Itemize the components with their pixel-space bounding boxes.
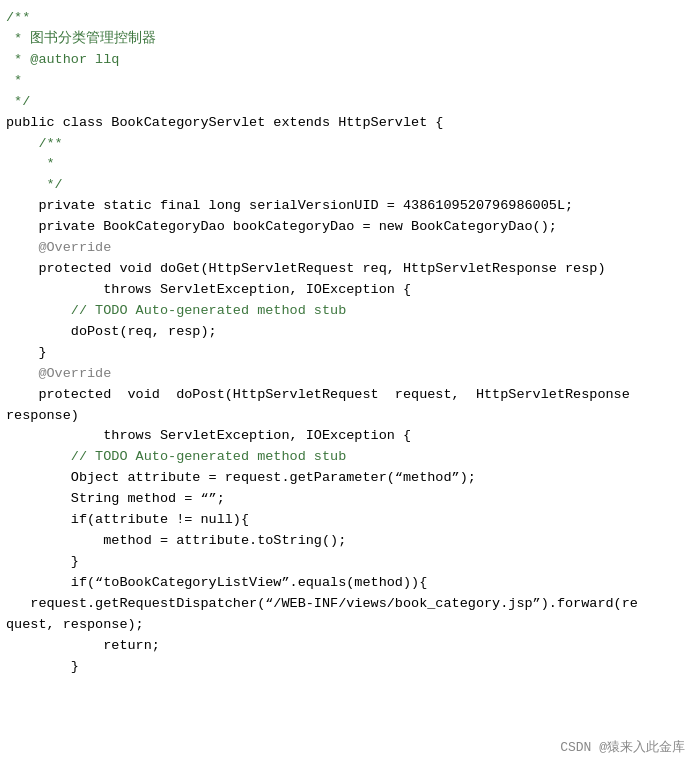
code-text: if(attribute != null){ <box>6 512 249 527</box>
code-text: * <box>6 156 55 171</box>
code-line: method = attribute.toString(); <box>0 531 697 552</box>
code-text: @Override <box>6 366 111 381</box>
code-text: /** <box>6 136 63 151</box>
code-line: throws ServletException, IOException { <box>0 280 697 301</box>
code-line: * @author llq <box>0 50 697 71</box>
code-text: throws ServletException, IOException { <box>6 282 411 297</box>
code-line: throws ServletException, IOException { <box>0 426 697 447</box>
code-line: @Override <box>0 238 697 259</box>
code-text: protected void doGet(HttpServletRequest … <box>6 261 606 276</box>
code-text: if(“toBookCategoryListView”.equals(metho… <box>6 575 427 590</box>
code-text: return; <box>6 638 160 653</box>
code-line: private BookCategoryDao bookCategoryDao … <box>0 217 697 238</box>
code-text: } <box>6 345 47 360</box>
code-text: doPost(req, resp); <box>6 324 217 339</box>
code-line: if(“toBookCategoryListView”.equals(metho… <box>0 573 697 594</box>
code-line: /** <box>0 134 697 155</box>
code-text: method = attribute.toString(); <box>6 533 346 548</box>
code-line: * <box>0 71 697 92</box>
code-text: * 图书分类管理控制器 <box>6 31 156 46</box>
code-line: /** <box>0 8 697 29</box>
code-line: Object attribute = request.getParameter(… <box>0 468 697 489</box>
code-line: } <box>0 552 697 573</box>
code-line: protected void doPost(HttpServletRequest… <box>0 385 697 406</box>
code-text: */ <box>6 94 30 109</box>
code-line: private static final long serialVersionU… <box>0 196 697 217</box>
code-text: request.getRequestDispatcher(“/WEB-INF/v… <box>6 596 638 611</box>
code-line: * 图书分类管理控制器 <box>0 29 697 50</box>
code-text: // TODO Auto-generated method stub <box>6 449 346 464</box>
code-text: @Override <box>6 240 111 255</box>
code-text: response) <box>6 408 79 423</box>
code-line: doPost(req, resp); <box>0 322 697 343</box>
code-container: /** * 图书分类管理控制器 * @author llq * */public… <box>0 0 697 768</box>
code-line: */ <box>0 92 697 113</box>
code-line: } <box>0 657 697 678</box>
code-text: public class BookCategoryServlet extends… <box>6 115 443 130</box>
code-line: */ <box>0 175 697 196</box>
watermark: CSDN @猿来入此金库 <box>560 738 685 758</box>
code-line: } <box>0 343 697 364</box>
code-text: Object attribute = request.getParameter(… <box>6 470 476 485</box>
code-line: * <box>0 154 697 175</box>
code-line: public class BookCategoryServlet extends… <box>0 113 697 134</box>
code-line: // TODO Auto-generated method stub <box>0 301 697 322</box>
code-text: private BookCategoryDao bookCategoryDao … <box>6 219 557 234</box>
code-line: // TODO Auto-generated method stub <box>0 447 697 468</box>
code-line: @Override <box>0 364 697 385</box>
code-line: if(attribute != null){ <box>0 510 697 531</box>
code-line: request.getRequestDispatcher(“/WEB-INF/v… <box>0 594 697 615</box>
code-text: String method = “”; <box>6 491 225 506</box>
code-text: quest, response); <box>6 617 144 632</box>
code-text: } <box>6 659 79 674</box>
code-text: // TODO Auto-generated method stub <box>6 303 346 318</box>
code-text: */ <box>6 177 63 192</box>
code-line: quest, response); <box>0 615 697 636</box>
code-text: throws ServletException, IOException { <box>6 428 411 443</box>
code-text: private static final long serialVersionU… <box>6 198 573 213</box>
code-line: protected void doGet(HttpServletRequest … <box>0 259 697 280</box>
code-line: return; <box>0 636 697 657</box>
code-text: } <box>6 554 79 569</box>
code-line: response) <box>0 406 697 427</box>
code-text: * @author llq <box>6 52 119 67</box>
code-text: /** <box>6 10 30 25</box>
code-text: * <box>6 73 22 88</box>
code-line: String method = “”; <box>0 489 697 510</box>
code-text: protected void doPost(HttpServletRequest… <box>6 387 630 402</box>
